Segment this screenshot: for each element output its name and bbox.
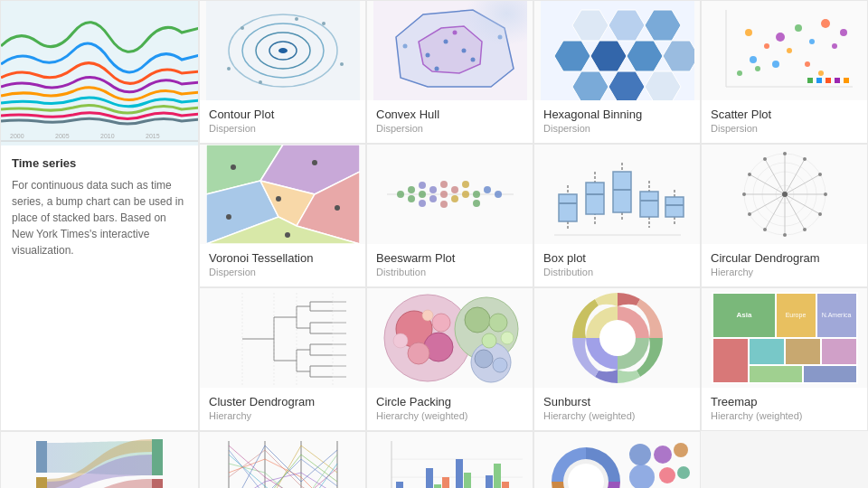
card-info: Circular Dendrogram Hierarchy xyxy=(702,244,867,286)
card-title: Voronoi Tessellation xyxy=(209,251,356,265)
svg-rect-145 xyxy=(206,288,360,388)
card-category: Distribution xyxy=(543,267,691,277)
svg-rect-238 xyxy=(494,464,501,488)
card-title: Hexagonal Binning xyxy=(543,108,691,121)
chart-thumbnail xyxy=(200,432,365,488)
card-category: Dispersion xyxy=(543,123,691,134)
svg-point-133 xyxy=(803,157,807,161)
chart-card-scatter-plot[interactable]: Scatter Plot Dispersion xyxy=(701,0,868,144)
svg-point-57 xyxy=(840,29,847,36)
chart-card-parallel-coordinates[interactable]: Parallel Coordinates Multivariate xyxy=(199,431,366,488)
chart-card-bar-chart[interactable]: Bar chart Other xyxy=(366,431,533,488)
card-category: Hierarchy (weighted) xyxy=(376,410,524,421)
chart-thumbnail xyxy=(367,1,533,100)
svg-point-76 xyxy=(285,232,290,238)
svg-point-85 xyxy=(429,186,437,193)
svg-point-190 xyxy=(482,333,496,348)
featured-image: 2000 2005 2010 2015 xyxy=(1,1,198,145)
chart-thumbnail xyxy=(200,288,365,388)
chart-thumbnail xyxy=(702,145,867,244)
svg-point-137 xyxy=(803,228,807,231)
svg-point-250 xyxy=(677,466,690,479)
chart-card-pie-chart[interactable]: Pie chart Other xyxy=(533,431,701,488)
svg-point-142 xyxy=(748,173,751,176)
svg-point-83 xyxy=(419,182,426,189)
svg-point-88 xyxy=(440,181,448,188)
svg-point-56 xyxy=(805,61,810,67)
svg-rect-113 xyxy=(665,197,684,217)
chart-thumbnail xyxy=(200,145,365,244)
featured-card[interactable]: 2000 2005 2010 2015 Time series For cont… xyxy=(0,0,199,431)
svg-point-21 xyxy=(425,53,429,58)
svg-rect-205 xyxy=(821,338,857,365)
chart-card-voronoi-tessellation[interactable]: Voronoi Tessellation Dispersion xyxy=(199,144,366,287)
svg-point-92 xyxy=(462,191,469,198)
svg-text:2000: 2000 xyxy=(10,133,24,139)
svg-point-50 xyxy=(809,39,815,44)
svg-point-139 xyxy=(763,228,767,231)
card-title: Treemap xyxy=(711,395,858,408)
card-info: Hexagonal Binning Dispersion xyxy=(534,100,700,143)
svg-point-17 xyxy=(259,80,262,84)
chart-card-box-plot[interactable]: Box plot Distribution xyxy=(533,144,701,287)
svg-rect-215 xyxy=(152,439,163,475)
svg-point-246 xyxy=(654,446,672,464)
svg-rect-63 xyxy=(844,78,849,83)
card-info: Convex Hull Dispersion xyxy=(367,100,533,143)
svg-point-46 xyxy=(764,43,769,49)
svg-point-47 xyxy=(776,33,785,42)
chart-card-circular-dendrogram[interactable]: Circular Dendrogram Hierarchy xyxy=(701,144,868,287)
svg-point-97 xyxy=(495,191,502,198)
chart-card-circle-packing[interactable]: Circle Packing Hierarchy (weighted) xyxy=(366,287,533,431)
svg-text:2010: 2010 xyxy=(100,133,115,139)
svg-rect-202 xyxy=(712,338,749,383)
svg-point-140 xyxy=(748,212,751,216)
chart-card-alluvial-diagram[interactable]: Alluvial Diagram Multi categorical xyxy=(0,431,199,488)
svg-point-51 xyxy=(821,19,830,28)
svg-text:2015: 2015 xyxy=(146,133,160,139)
svg-point-191 xyxy=(501,332,514,344)
svg-point-71 xyxy=(231,164,236,170)
svg-point-87 xyxy=(440,191,448,198)
chart-thumbnail xyxy=(367,145,533,244)
card-title: Contour Plot xyxy=(209,108,356,121)
svg-rect-237 xyxy=(486,475,493,488)
svg-point-247 xyxy=(674,443,688,457)
chart-thumbnail xyxy=(534,145,700,244)
card-title: Beeswarm Plot xyxy=(376,251,524,265)
chart-card-convex-hull[interactable]: Convex Hull Dispersion xyxy=(366,0,533,144)
svg-rect-41 xyxy=(708,1,862,100)
svg-point-82 xyxy=(419,191,426,198)
svg-rect-60 xyxy=(816,78,822,83)
featured-title: Time series xyxy=(12,156,187,170)
card-category: Dispersion xyxy=(376,123,524,134)
chart-card-hexagonal-binning[interactable]: Hexagonal Binning Dispersion xyxy=(533,0,701,144)
svg-point-93 xyxy=(462,181,469,188)
chart-card-sunburst[interactable]: Sunburst Hierarchy (weighted) xyxy=(533,287,701,431)
chart-card-contour-plot[interactable]: Contour Plot Dispersion xyxy=(199,0,366,144)
svg-point-75 xyxy=(335,205,340,211)
svg-point-95 xyxy=(473,200,480,207)
chart-card-treemap[interactable]: Asia Europe N.America Treemap Hierarchy … xyxy=(701,287,868,431)
svg-point-86 xyxy=(429,195,437,202)
featured-info: Time series For continuous data such as … xyxy=(1,145,198,269)
svg-point-194 xyxy=(422,310,433,321)
svg-rect-101 xyxy=(559,194,577,221)
svg-point-189 xyxy=(489,314,507,332)
svg-point-132 xyxy=(783,152,787,155)
svg-rect-239 xyxy=(502,482,509,488)
svg-point-11 xyxy=(278,48,288,53)
chart-card-cluster-dendrogram[interactable]: Cluster Dendrogram Hierarchy xyxy=(199,287,366,431)
svg-point-53 xyxy=(745,29,752,36)
card-category: Dispersion xyxy=(209,123,356,134)
chart-card-beeswarm-plot[interactable]: Beeswarm Plot Distribution xyxy=(366,144,533,287)
svg-point-134 xyxy=(818,173,822,176)
svg-text:Asia: Asia xyxy=(736,311,751,319)
svg-point-193 xyxy=(493,358,507,372)
chart-thumbnail xyxy=(534,1,700,100)
card-title: Scatter Plot xyxy=(711,108,858,121)
card-title: Cluster Dendrogram xyxy=(209,395,356,408)
svg-point-89 xyxy=(440,201,448,208)
svg-point-91 xyxy=(451,195,458,202)
svg-point-49 xyxy=(795,24,802,32)
